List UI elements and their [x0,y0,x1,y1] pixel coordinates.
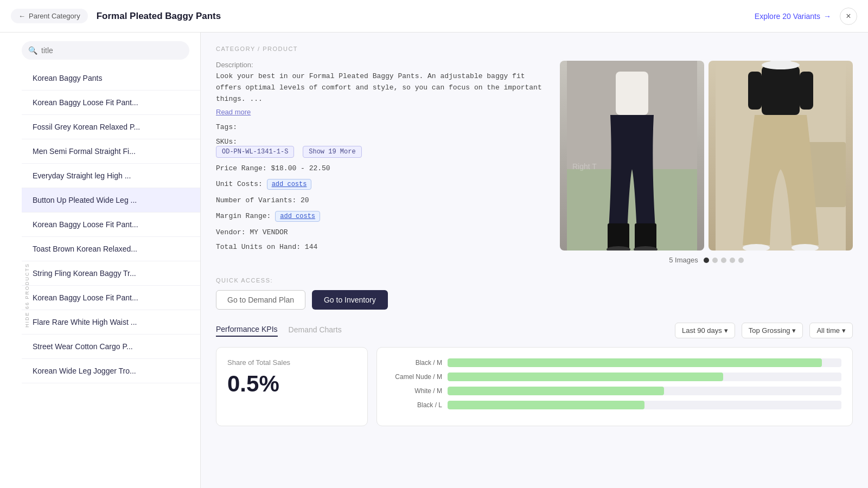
gallery-dot-2[interactable] [712,258,718,263]
gallery-dot-1[interactable] [704,258,709,263]
explore-label: Explore 20 Variants [755,12,820,21]
breadcrumb: CATEGORY / PRODUCT [216,46,853,52]
margin-row: Margin Range: add_costs [216,211,547,222]
bar-label-1: Black / M [388,359,442,367]
product-info: Description: Look your best in our Forma… [216,61,547,264]
product-detail: Description: Look your best in our Forma… [216,61,853,264]
product-image-1: Right T [560,61,704,251]
bar-track-4 [448,401,841,409]
share-label: Share of Total Sales [227,358,356,367]
sidebar: HIDE 66 PRODUCTS 🔍 Korean Baggy Pants Ko… [0,33,201,488]
unit-costs-label: Unit Costs: [216,180,263,188]
vendor-value: MY VENDOR [250,228,288,236]
time-filter-label: Last 90 days [682,326,722,335]
units-row: Total Units on Hand: 144 [216,243,547,251]
gallery-dot-3[interactable] [721,258,726,263]
quick-access: QUICK ACCESS: Go to Demand Plan Go to In… [216,277,853,310]
add-costs-link[interactable]: add_costs [267,179,312,190]
search-box: 🔍 [0,33,200,66]
list-item[interactable]: Toast Brown Korean Relaxed... [22,237,200,261]
read-more-link[interactable]: Read more [216,108,251,116]
list-item[interactable]: Flare Rare White High Waist ... [22,310,200,335]
list-item[interactable]: Korean Baggy Loose Fit Pant... [22,286,200,310]
inventory-button[interactable]: Go to Inventory [312,290,388,310]
image-gallery-wrapper: Right T [560,61,853,264]
tab-demand-charts[interactable]: Demand Charts [289,325,342,336]
gallery-dot-4[interactable] [730,258,735,263]
grossing-filter-dropdown[interactable]: Top Grossing ▾ [742,323,803,338]
svg-rect-11 [762,66,800,115]
bar-row-3: White / M [388,387,841,395]
list-item[interactable]: Everyday Straight leg High ... [22,164,200,188]
parent-category-button[interactable]: ← Parent Category [11,9,88,23]
bar-label-2: Camel Nude / M [388,373,442,381]
bar-label-3: White / M [388,387,442,395]
explore-variants-button[interactable]: Explore 20 Variants → [755,12,831,21]
list-item[interactable]: String Fling Korean Baggy Tr... [22,261,200,286]
list-item[interactable]: Korean Baggy Pants [22,66,200,91]
alltime-filter-dropdown[interactable]: All time ▾ [809,323,853,338]
share-of-sales-card: Share of Total Sales 0.5% [216,347,368,426]
list-item[interactable]: Fossil Grey Korean Relaxed P... [22,115,200,139]
tab-performance-kpis[interactable]: Performance KPIs [216,325,278,337]
unit-costs-row: Unit Costs: add_costs [216,179,547,190]
description-label: Description: [216,61,547,69]
tags-label: Tags: [216,123,237,131]
search-icon: 🔍 [28,46,37,55]
list-item[interactable]: Men Semi Formal Straight Fi... [22,139,200,164]
list-item[interactable]: Korean Baggy Loose Fit Pant... [22,213,200,237]
sidebar-products-label: HIDE 66 PRODUCTS [24,263,30,328]
price-value: $18.00 - 22.50 [271,164,330,172]
share-value: 0.5% [227,371,356,397]
bar-track-2 [448,373,841,381]
description-text: Look your best in our Formal Pleated Bag… [216,71,547,105]
units-value: 144 [305,243,317,251]
list-item[interactable]: Korean Wide Leg Jogger Tro... [22,359,200,383]
demand-plan-button[interactable]: Go to Demand Plan [216,290,305,310]
margin-add-costs-link[interactable]: add_costs [275,211,320,222]
arrow-right-icon: → [824,12,831,21]
grossing-filter-label: Top Grossing [749,326,790,335]
chevron-down-icon: ▾ [792,326,796,335]
quick-access-buttons: Go to Demand Plan Go to Inventory [216,290,853,310]
svg-rect-1 [567,169,697,251]
svg-rect-2 [616,72,648,115]
bar-track-1 [448,358,841,367]
bar-fill-1 [448,358,822,367]
variants-label: Number of Variants: [216,196,296,204]
list-item[interactable]: Street Wear Cotton Cargo P... [22,335,200,359]
bar-fill-2 [448,373,723,381]
variants-value: 20 [301,196,309,204]
chevron-down-icon: ▾ [842,326,846,335]
list-item[interactable]: Korean Baggy Loose Fit Pant... [22,91,200,115]
bar-row-4: Black / L [388,401,841,409]
product-list: Korean Baggy Pants Korean Baggy Loose Fi… [0,66,200,488]
list-item[interactable]: Button Up Pleated Wide Leg ... [22,188,200,213]
svg-rect-17 [770,61,792,68]
performance-header: Performance KPIs Demand Charts Last 90 d… [216,323,853,338]
variants-row: Number of Variants: 20 [216,196,547,204]
search-input[interactable] [22,41,189,60]
gallery-dot-5[interactable] [738,258,744,263]
chevron-down-icon: ▾ [724,326,728,335]
nav-right: Explore 20 Variants → × [755,8,857,25]
arrow-left-icon: ← [18,12,25,20]
bar-fill-3 [448,387,664,395]
top-nav: ← Parent Category Formal Pleated Baggy P… [0,0,868,33]
show-more-button[interactable]: Show 19 More [303,146,361,158]
sku-badge: OD-PN-WL-1341-1-S [216,146,294,158]
bar-track-3 [448,387,841,395]
svg-rect-13 [800,72,813,110]
time-filter-dropdown[interactable]: Last 90 days ▾ [675,323,735,338]
price-row: Price Range: $18.00 - 22.50 [216,164,547,172]
bar-fill-4 [448,401,644,409]
main-content: CATEGORY / PRODUCT Description: Look you… [201,33,868,488]
svg-rect-12 [748,72,762,110]
vendor-label: Vendor: [216,228,246,236]
svg-text:Right T: Right T [572,162,597,171]
close-button[interactable]: × [840,8,857,25]
images-count: 5 Images [669,256,698,264]
bar-row-1: Black / M [388,358,841,367]
units-label: Total Units on Hand: [216,243,301,251]
page-title: Formal Pleated Baggy Pants [97,11,221,22]
